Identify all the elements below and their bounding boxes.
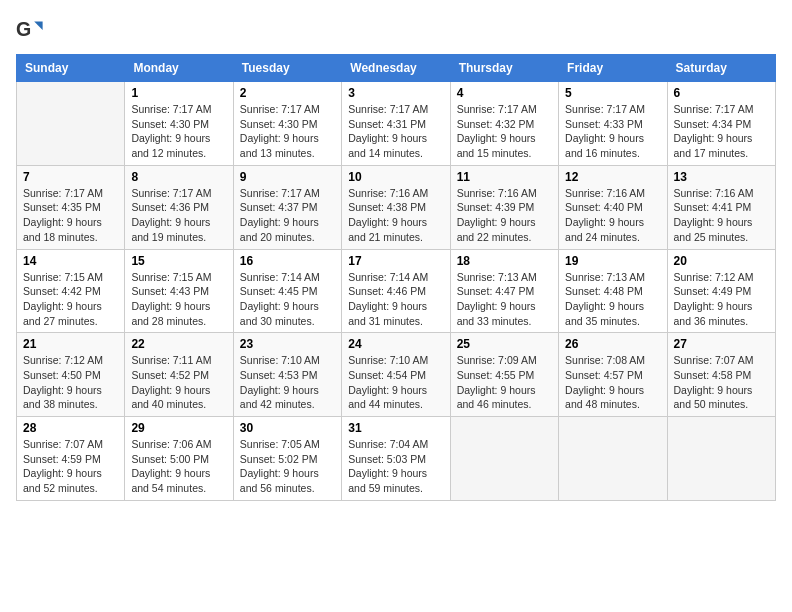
day-header-thursday: Thursday	[450, 55, 558, 82]
day-number: 31	[348, 421, 443, 435]
day-info: Sunrise: 7:10 AM Sunset: 4:54 PM Dayligh…	[348, 353, 443, 412]
calendar-cell: 3Sunrise: 7:17 AM Sunset: 4:31 PM Daylig…	[342, 82, 450, 166]
day-info: Sunrise: 7:14 AM Sunset: 4:45 PM Dayligh…	[240, 270, 335, 329]
page-header: G	[16, 16, 776, 44]
day-number: 1	[131, 86, 226, 100]
day-number: 19	[565, 254, 660, 268]
calendar-cell: 2Sunrise: 7:17 AM Sunset: 4:30 PM Daylig…	[233, 82, 341, 166]
day-info: Sunrise: 7:12 AM Sunset: 4:50 PM Dayligh…	[23, 353, 118, 412]
days-header-row: SundayMondayTuesdayWednesdayThursdayFrid…	[17, 55, 776, 82]
calendar-cell: 5Sunrise: 7:17 AM Sunset: 4:33 PM Daylig…	[559, 82, 667, 166]
calendar-cell: 28Sunrise: 7:07 AM Sunset: 4:59 PM Dayli…	[17, 417, 125, 501]
week-row-1: 1Sunrise: 7:17 AM Sunset: 4:30 PM Daylig…	[17, 82, 776, 166]
day-number: 25	[457, 337, 552, 351]
day-number: 15	[131, 254, 226, 268]
day-info: Sunrise: 7:17 AM Sunset: 4:30 PM Dayligh…	[240, 102, 335, 161]
svg-marker-1	[34, 22, 42, 30]
day-number: 18	[457, 254, 552, 268]
week-row-2: 7Sunrise: 7:17 AM Sunset: 4:35 PM Daylig…	[17, 165, 776, 249]
day-info: Sunrise: 7:17 AM Sunset: 4:36 PM Dayligh…	[131, 186, 226, 245]
calendar-cell	[450, 417, 558, 501]
day-number: 5	[565, 86, 660, 100]
day-info: Sunrise: 7:17 AM Sunset: 4:37 PM Dayligh…	[240, 186, 335, 245]
day-info: Sunrise: 7:17 AM Sunset: 4:33 PM Dayligh…	[565, 102, 660, 161]
day-number: 2	[240, 86, 335, 100]
day-info: Sunrise: 7:16 AM Sunset: 4:38 PM Dayligh…	[348, 186, 443, 245]
calendar-cell: 16Sunrise: 7:14 AM Sunset: 4:45 PM Dayli…	[233, 249, 341, 333]
calendar-cell: 26Sunrise: 7:08 AM Sunset: 4:57 PM Dayli…	[559, 333, 667, 417]
day-header-saturday: Saturday	[667, 55, 775, 82]
day-info: Sunrise: 7:15 AM Sunset: 4:43 PM Dayligh…	[131, 270, 226, 329]
day-info: Sunrise: 7:15 AM Sunset: 4:42 PM Dayligh…	[23, 270, 118, 329]
day-header-friday: Friday	[559, 55, 667, 82]
calendar-cell: 29Sunrise: 7:06 AM Sunset: 5:00 PM Dayli…	[125, 417, 233, 501]
day-number: 28	[23, 421, 118, 435]
week-row-3: 14Sunrise: 7:15 AM Sunset: 4:42 PM Dayli…	[17, 249, 776, 333]
day-info: Sunrise: 7:17 AM Sunset: 4:31 PM Dayligh…	[348, 102, 443, 161]
day-number: 24	[348, 337, 443, 351]
day-header-sunday: Sunday	[17, 55, 125, 82]
calendar-cell: 4Sunrise: 7:17 AM Sunset: 4:32 PM Daylig…	[450, 82, 558, 166]
day-info: Sunrise: 7:17 AM Sunset: 4:35 PM Dayligh…	[23, 186, 118, 245]
day-header-wednesday: Wednesday	[342, 55, 450, 82]
calendar-cell: 25Sunrise: 7:09 AM Sunset: 4:55 PM Dayli…	[450, 333, 558, 417]
day-info: Sunrise: 7:08 AM Sunset: 4:57 PM Dayligh…	[565, 353, 660, 412]
day-number: 10	[348, 170, 443, 184]
day-info: Sunrise: 7:07 AM Sunset: 4:58 PM Dayligh…	[674, 353, 769, 412]
calendar-table: SundayMondayTuesdayWednesdayThursdayFrid…	[16, 54, 776, 501]
week-row-5: 28Sunrise: 7:07 AM Sunset: 4:59 PM Dayli…	[17, 417, 776, 501]
day-number: 13	[674, 170, 769, 184]
day-info: Sunrise: 7:14 AM Sunset: 4:46 PM Dayligh…	[348, 270, 443, 329]
calendar-cell: 12Sunrise: 7:16 AM Sunset: 4:40 PM Dayli…	[559, 165, 667, 249]
calendar-cell: 22Sunrise: 7:11 AM Sunset: 4:52 PM Dayli…	[125, 333, 233, 417]
day-number: 8	[131, 170, 226, 184]
calendar-cell	[667, 417, 775, 501]
calendar-cell: 11Sunrise: 7:16 AM Sunset: 4:39 PM Dayli…	[450, 165, 558, 249]
day-info: Sunrise: 7:05 AM Sunset: 5:02 PM Dayligh…	[240, 437, 335, 496]
calendar-cell: 21Sunrise: 7:12 AM Sunset: 4:50 PM Dayli…	[17, 333, 125, 417]
calendar-cell: 8Sunrise: 7:17 AM Sunset: 4:36 PM Daylig…	[125, 165, 233, 249]
calendar-cell: 14Sunrise: 7:15 AM Sunset: 4:42 PM Dayli…	[17, 249, 125, 333]
day-info: Sunrise: 7:09 AM Sunset: 4:55 PM Dayligh…	[457, 353, 552, 412]
calendar-cell: 6Sunrise: 7:17 AM Sunset: 4:34 PM Daylig…	[667, 82, 775, 166]
day-number: 29	[131, 421, 226, 435]
day-number: 12	[565, 170, 660, 184]
day-info: Sunrise: 7:12 AM Sunset: 4:49 PM Dayligh…	[674, 270, 769, 329]
day-number: 27	[674, 337, 769, 351]
calendar-cell: 7Sunrise: 7:17 AM Sunset: 4:35 PM Daylig…	[17, 165, 125, 249]
calendar-cell	[559, 417, 667, 501]
day-info: Sunrise: 7:17 AM Sunset: 4:32 PM Dayligh…	[457, 102, 552, 161]
day-info: Sunrise: 7:17 AM Sunset: 4:30 PM Dayligh…	[131, 102, 226, 161]
calendar-cell: 15Sunrise: 7:15 AM Sunset: 4:43 PM Dayli…	[125, 249, 233, 333]
day-number: 3	[348, 86, 443, 100]
day-number: 14	[23, 254, 118, 268]
logo: G	[16, 16, 48, 44]
day-number: 17	[348, 254, 443, 268]
day-number: 20	[674, 254, 769, 268]
day-number: 21	[23, 337, 118, 351]
day-number: 26	[565, 337, 660, 351]
day-info: Sunrise: 7:16 AM Sunset: 4:39 PM Dayligh…	[457, 186, 552, 245]
day-number: 11	[457, 170, 552, 184]
day-info: Sunrise: 7:07 AM Sunset: 4:59 PM Dayligh…	[23, 437, 118, 496]
day-info: Sunrise: 7:11 AM Sunset: 4:52 PM Dayligh…	[131, 353, 226, 412]
day-number: 9	[240, 170, 335, 184]
day-info: Sunrise: 7:10 AM Sunset: 4:53 PM Dayligh…	[240, 353, 335, 412]
logo-icon: G	[16, 16, 44, 44]
calendar-cell: 1Sunrise: 7:17 AM Sunset: 4:30 PM Daylig…	[125, 82, 233, 166]
day-number: 22	[131, 337, 226, 351]
calendar-cell: 13Sunrise: 7:16 AM Sunset: 4:41 PM Dayli…	[667, 165, 775, 249]
day-info: Sunrise: 7:16 AM Sunset: 4:41 PM Dayligh…	[674, 186, 769, 245]
week-row-4: 21Sunrise: 7:12 AM Sunset: 4:50 PM Dayli…	[17, 333, 776, 417]
day-info: Sunrise: 7:13 AM Sunset: 4:48 PM Dayligh…	[565, 270, 660, 329]
day-header-monday: Monday	[125, 55, 233, 82]
day-number: 30	[240, 421, 335, 435]
calendar-cell	[17, 82, 125, 166]
day-number: 4	[457, 86, 552, 100]
day-info: Sunrise: 7:04 AM Sunset: 5:03 PM Dayligh…	[348, 437, 443, 496]
calendar-cell: 27Sunrise: 7:07 AM Sunset: 4:58 PM Dayli…	[667, 333, 775, 417]
calendar-cell: 19Sunrise: 7:13 AM Sunset: 4:48 PM Dayli…	[559, 249, 667, 333]
calendar-cell: 10Sunrise: 7:16 AM Sunset: 4:38 PM Dayli…	[342, 165, 450, 249]
calendar-cell: 31Sunrise: 7:04 AM Sunset: 5:03 PM Dayli…	[342, 417, 450, 501]
calendar-cell: 30Sunrise: 7:05 AM Sunset: 5:02 PM Dayli…	[233, 417, 341, 501]
